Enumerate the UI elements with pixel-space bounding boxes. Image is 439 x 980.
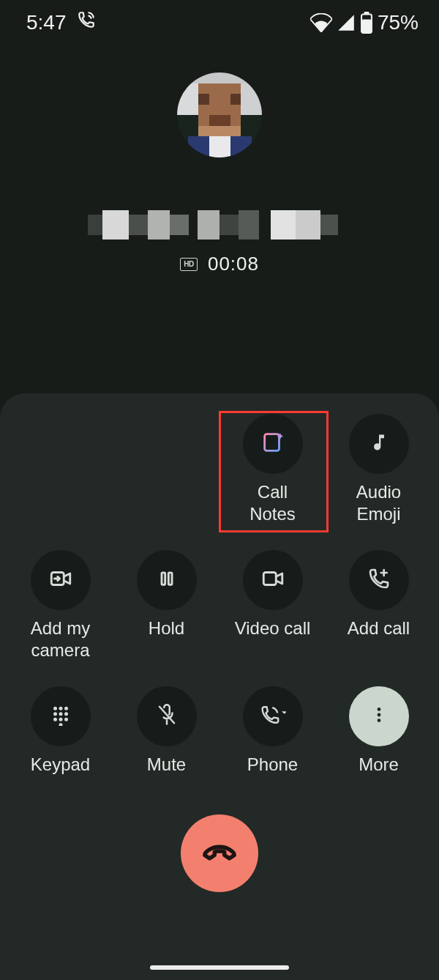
end-call-button[interactable]	[181, 814, 258, 892]
svg-rect-17	[148, 210, 170, 240]
add-call-button[interactable]: Add call	[326, 550, 432, 661]
phone-speaker-icon	[260, 704, 286, 729]
svg-rect-22	[271, 210, 296, 240]
pause-icon	[157, 568, 177, 592]
svg-rect-11	[198, 126, 241, 137]
keypad-label: Keypad	[31, 754, 90, 776]
svg-rect-24	[320, 215, 338, 235]
svg-rect-20	[220, 215, 239, 235]
svg-rect-8	[198, 94, 209, 105]
battery-icon	[360, 12, 373, 34]
add-camera-icon	[48, 566, 73, 594]
svg-point-48	[377, 713, 380, 717]
call-notes-label: Call Notes	[249, 481, 296, 525]
mute-button[interactable]: Mute	[113, 686, 220, 776]
svg-point-37	[64, 707, 68, 710]
video-icon	[260, 566, 285, 594]
contact-avatar	[177, 73, 262, 157]
svg-point-39	[59, 712, 62, 716]
more-button[interactable]: More	[326, 686, 432, 776]
home-indicator	[150, 965, 289, 970]
svg-point-35	[53, 707, 57, 710]
svg-point-41	[53, 718, 57, 721]
music-note-icon	[369, 432, 389, 456]
audio-emoji-button[interactable]: Audio Emoji	[326, 414, 432, 525]
add-my-camera-label: Add my camera	[31, 617, 90, 661]
hold-button[interactable]: Hold	[113, 550, 220, 661]
phone-audio-button[interactable]: Phone	[220, 686, 326, 776]
svg-point-47	[377, 708, 380, 711]
svg-rect-13	[209, 136, 230, 157]
hold-label: Hold	[149, 617, 184, 639]
svg-point-44	[59, 723, 62, 726]
call-notes-icon	[260, 430, 285, 458]
add-call-icon	[367, 567, 391, 593]
status-bar: 5:47 75%	[0, 0, 439, 40]
call-status-icon	[77, 10, 96, 34]
add-call-label: Add call	[348, 617, 410, 639]
phone-audio-label: Phone	[247, 754, 298, 776]
add-my-camera-button[interactable]: Add my camera	[7, 550, 113, 661]
svg-point-43	[64, 718, 68, 721]
svg-rect-10	[209, 115, 230, 126]
svg-point-49	[377, 719, 380, 722]
svg-rect-5	[177, 83, 198, 116]
status-time: 5:47	[26, 11, 67, 34]
svg-rect-4	[188, 73, 252, 83]
svg-rect-19	[198, 210, 220, 240]
svg-rect-16	[129, 215, 148, 235]
svg-rect-9	[230, 94, 241, 105]
svg-rect-31	[168, 573, 172, 584]
battery-pct: 75%	[378, 11, 419, 34]
audio-emoji-label: Audio Emoji	[356, 481, 401, 525]
svg-rect-23	[296, 210, 320, 240]
svg-rect-2	[361, 19, 372, 32]
call-notes-button[interactable]: Call Notes	[220, 414, 326, 525]
wifi-icon	[310, 13, 332, 32]
hd-badge-icon: HD	[180, 258, 198, 271]
more-vert-icon	[369, 705, 389, 727]
more-label: More	[359, 754, 399, 776]
mic-off-icon	[156, 704, 178, 729]
svg-rect-15	[102, 210, 129, 240]
svg-rect-14	[88, 215, 102, 235]
svg-rect-6	[241, 83, 262, 116]
svg-rect-18	[170, 215, 189, 235]
svg-point-38	[53, 712, 57, 716]
svg-rect-30	[162, 573, 165, 584]
keypad-icon	[50, 704, 72, 729]
contact-area: HD 00:08	[0, 40, 439, 275]
video-call-label: Video call	[235, 617, 311, 639]
mute-label: Mute	[147, 754, 186, 776]
svg-rect-21	[239, 210, 259, 240]
svg-point-42	[59, 718, 62, 721]
svg-rect-32	[263, 573, 276, 585]
svg-point-36	[59, 707, 62, 710]
hangup-icon	[200, 832, 239, 875]
contact-name	[88, 210, 351, 240]
cell-signal-icon	[337, 13, 356, 32]
svg-point-40	[64, 712, 68, 716]
call-duration: 00:08	[208, 253, 259, 275]
video-call-button[interactable]: Video call	[220, 550, 326, 661]
keypad-button[interactable]: Keypad	[7, 686, 113, 776]
